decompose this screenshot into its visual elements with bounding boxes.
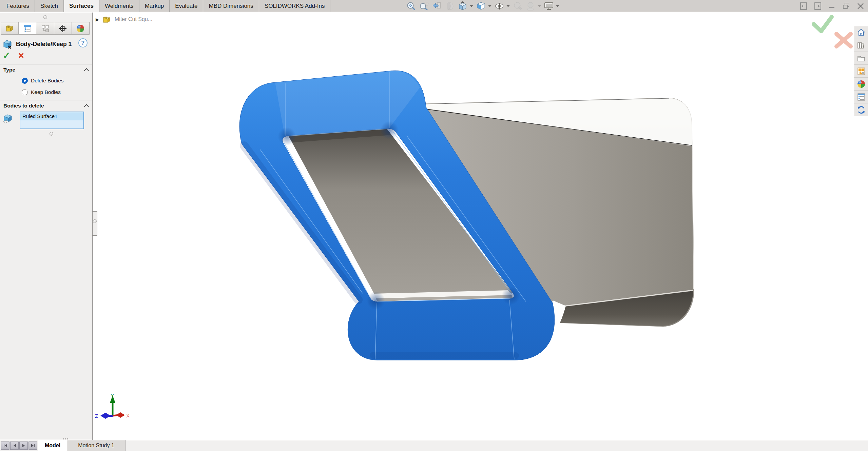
cancel-icon — [836, 34, 851, 46]
selected-body-item[interactable]: Ruled Surface1 — [20, 112, 83, 120]
display-style-dropdown[interactable] — [488, 5, 491, 7]
delete-bodies-label: Delete Bodies — [31, 78, 64, 84]
sync-arrows-icon — [857, 105, 866, 114]
model-tab[interactable]: Model — [38, 440, 67, 451]
custom-properties-icon — [857, 93, 866, 101]
apply-scene-dropdown[interactable] — [538, 5, 541, 7]
property-manager-panel: Body-Delete/Keep 1 ? ✓ ✕ Type Delete Bod… — [0, 13, 93, 440]
window-controls — [799, 0, 865, 12]
reference-triad: Y Z X — [95, 393, 130, 419]
tab-display-manager[interactable] — [72, 22, 89, 34]
keep-bodies-label: Keep Bodies — [31, 89, 61, 95]
custom-properties-tab[interactable] — [854, 91, 868, 103]
bottom-splitter-grip[interactable] — [63, 438, 69, 439]
tab-feature-manager-tree[interactable] — [1, 22, 19, 34]
type-section-header[interactable]: Type — [3, 67, 89, 73]
folder-icon — [857, 54, 866, 63]
radio-unselected-icon[interactable] — [22, 89, 28, 95]
bodies-section-title: Bodies to delete — [3, 103, 44, 109]
collapse-chevron-icon[interactable] — [84, 104, 89, 109]
graphics-viewport[interactable]: Y Z X — [0, 0, 868, 451]
confirm-buttons: ✓ ✕ — [3, 51, 24, 60]
list-resize-grip[interactable] — [50, 132, 53, 136]
tab-sketch[interactable]: Sketch — [35, 0, 64, 12]
splitter-grip[interactable] — [93, 219, 97, 223]
view-palette-icon — [857, 67, 866, 76]
expand-pane-right-icon[interactable] — [813, 2, 822, 11]
design-library-tab[interactable] — [854, 39, 868, 52]
first-tab-button[interactable] — [1, 442, 9, 450]
view-orientation-icon[interactable] — [458, 1, 468, 11]
delete-bodies-option[interactable]: Delete Bodies — [22, 78, 64, 84]
appearances-sphere-icon — [857, 80, 866, 89]
close-icon[interactable] — [856, 2, 865, 11]
cancel-button[interactable]: ✕ — [18, 52, 24, 60]
restore-icon[interactable] — [842, 2, 850, 11]
accept-icon — [814, 17, 832, 31]
tab-configuration-manager[interactable] — [36, 22, 54, 34]
feature-name-label[interactable]: Miter Cut Squ... — [115, 16, 152, 22]
section-view-icon[interactable] — [445, 1, 455, 11]
tab-solidworks-add-ins[interactable]: SOLIDWORKS Add-Ins — [259, 0, 331, 12]
feature-tree-breadcrumb: ▶ Miter Cut Squ... — [96, 15, 152, 24]
books-icon — [857, 41, 866, 50]
command-manager-bar: Features Sketch Surfaces Weldments Marku… — [0, 0, 868, 12]
tab-evaluate[interactable]: Evaluate — [170, 0, 203, 12]
tab-mbd-dimensions[interactable]: MBD Dimensions — [203, 0, 259, 12]
tab-surfaces[interactable]: Surfaces — [64, 0, 99, 12]
tree-expander-icon[interactable]: ▶ — [96, 17, 99, 22]
body-delete-keep-icon — [3, 39, 13, 49]
tab-markup[interactable]: Markup — [139, 0, 170, 12]
keep-bodies-option[interactable]: Keep Bodies — [22, 89, 61, 95]
confirmation-corner[interactable] — [814, 17, 851, 46]
tab-dimxpert-manager[interactable] — [54, 22, 72, 34]
help-button[interactable]: ? — [78, 38, 88, 47]
tab-nav-buttons — [0, 440, 38, 451]
previous-tab-button[interactable] — [10, 442, 19, 450]
task-pane-strip — [854, 26, 868, 116]
solidworks-window: Y Z X Features Sketch Surfaces Weldments… — [0, 0, 868, 451]
home-icon — [857, 28, 866, 37]
display-style-icon[interactable] — [476, 1, 486, 11]
triad-x-label: X — [126, 413, 130, 418]
collapse-chevron-icon[interactable] — [84, 68, 89, 73]
view-settings-dropdown[interactable] — [556, 5, 559, 7]
divider — [0, 100, 92, 100]
tab-property-manager[interactable] — [19, 22, 36, 34]
previous-view-icon[interactable] — [432, 1, 442, 11]
dimxpert-icon — [59, 24, 67, 33]
next-tab-button[interactable] — [19, 442, 28, 450]
home-tab[interactable] — [854, 26, 868, 39]
heads-up-view-toolbar — [406, 0, 559, 12]
forum-sync-tab[interactable] — [854, 103, 868, 116]
ok-button[interactable]: ✓ — [3, 51, 11, 60]
manager-pane-tabs — [1, 22, 90, 35]
view-orientation-dropdown[interactable] — [470, 5, 473, 7]
panel-splitter[interactable] — [93, 211, 97, 236]
hide-show-items-icon[interactable] — [494, 1, 504, 11]
tab-features[interactable]: Features — [1, 0, 35, 12]
triad-y-label: Y — [111, 393, 114, 398]
radio-selected-icon[interactable] — [22, 78, 28, 84]
view-settings-icon[interactable] — [544, 1, 554, 11]
panel-top-grip[interactable] — [43, 15, 47, 19]
hide-show-items-dropdown[interactable] — [506, 5, 510, 7]
bodies-to-delete-listbox[interactable]: Ruled Surface1 — [20, 112, 84, 129]
apply-scene-icon[interactable] — [525, 1, 536, 11]
property-manager-title: Body-Delete/Keep 1 — [16, 41, 72, 48]
minimize-icon[interactable] — [828, 2, 836, 11]
bodies-section-header[interactable]: Bodies to delete — [3, 103, 89, 109]
zoom-to-area-icon[interactable] — [419, 1, 429, 11]
part-block-icon — [6, 24, 14, 33]
view-palette-tab[interactable] — [854, 65, 868, 78]
tab-weldments[interactable]: Weldments — [99, 0, 139, 12]
zoom-to-fit-icon[interactable] — [406, 1, 416, 11]
bottom-tab-bar: Model Motion Study 1 — [0, 440, 868, 451]
edit-appearance-icon[interactable] — [513, 1, 523, 11]
appearances-scenes-tab[interactable] — [854, 78, 868, 91]
collapse-pane-left-icon[interactable] — [799, 2, 808, 11]
motion-study-tab[interactable]: Motion Study 1 — [67, 440, 126, 451]
last-tab-button[interactable] — [28, 442, 37, 450]
solid-bodies-icon — [3, 113, 14, 125]
file-explorer-tab[interactable] — [854, 52, 868, 65]
